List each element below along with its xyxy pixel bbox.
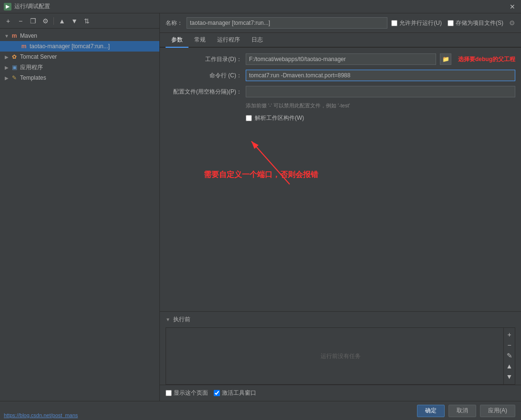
config-file-row: 配置文件(用空格分隔)(P)： <box>166 86 515 97</box>
before-run-edit-button[interactable]: ✎ <box>505 351 514 360</box>
add-config-button[interactable]: + <box>3 16 13 26</box>
config-file-label: 配置文件(用空格分隔)(P)： <box>166 88 242 96</box>
tab-runner[interactable]: 运行程序 <box>211 33 246 48</box>
tab-general[interactable]: 常规 <box>188 33 211 48</box>
store-project-label[interactable]: 存储为项目文件(S) <box>448 19 503 27</box>
workspace-checkbox[interactable] <box>246 115 252 121</box>
copy-config-button[interactable]: ❐ <box>28 16 38 26</box>
before-run-toolbar: + − ✎ ▲ ▼ <box>503 328 515 384</box>
store-project-checkbox[interactable] <box>448 20 454 26</box>
remove-config-button[interactable]: − <box>15 16 26 26</box>
left-toolbar: + − ❐ ⚙ ▲ ▼ ⇅ <box>0 13 159 29</box>
expand-arrow-tomcat: ▶ <box>4 54 10 60</box>
move-down-button[interactable]: ▼ <box>69 16 80 26</box>
tree-item-taotao[interactable]: ▶ m taotao-manager [tomcat7:run...] <box>0 41 159 52</box>
name-input[interactable] <box>187 17 387 29</box>
before-run-area: 运行前没有任务 + − ✎ ▲ ▼ <box>166 327 515 385</box>
work-dir-label: 工作目录(D)： <box>166 55 242 63</box>
before-run-remove-button[interactable]: − <box>505 340 514 350</box>
show-page-option[interactable]: 显示这个页面 <box>166 389 208 397</box>
annotation-area: 需要自定义一个端口，否则会报错 <box>166 127 515 199</box>
cmd-input[interactable] <box>246 70 515 81</box>
name-label: 名称： <box>166 19 183 27</box>
maven-group-icon: m <box>10 32 18 40</box>
folder-browse-button[interactable]: 📁 <box>440 53 451 65</box>
config-file-input[interactable] <box>246 86 515 97</box>
settings-gear-icon[interactable]: ⚙ <box>509 19 515 27</box>
workdir-annotation: 选择要debug的父工程 <box>458 55 515 63</box>
before-run-up-button[interactable]: ▲ <box>505 361 514 371</box>
title-bar-text: 运行/调试配置 <box>14 2 50 10</box>
tree-item-maven[interactable]: ▼ m Maven <box>0 31 159 41</box>
name-row: 名称： 允许并行运行(U) 存储为项目文件(S) ⚙ <box>160 13 521 33</box>
name-right-options: 允许并行运行(U) 存储为项目文件(S) ⚙ <box>391 19 515 27</box>
taotao-icon: m <box>20 42 28 50</box>
cmd-row: 命令行 (C)： <box>166 70 515 81</box>
tree-label-apps: 应用程序 <box>20 63 43 72</box>
activate-window-option[interactable]: 激活工具窗口 <box>214 389 256 397</box>
allow-parallel-label[interactable]: 允许并行运行(U) <box>391 19 442 27</box>
before-run-down-button[interactable]: ▼ <box>505 372 514 381</box>
tree-label-tomcat: Tomcat Server <box>20 53 57 60</box>
before-run-title: 执行前 <box>173 315 190 324</box>
confirm-button[interactable]: 确定 <box>417 405 445 417</box>
app-group-icon: ▣ <box>10 63 18 71</box>
settings-button[interactable]: ⚙ <box>40 16 51 26</box>
bottom-options: 显示这个页面 激活工具窗口 <box>160 385 521 401</box>
templates-icon: ✎ <box>10 74 18 82</box>
cancel-button[interactable]: 取消 <box>448 405 476 417</box>
tab-logs[interactable]: 日志 <box>246 33 269 48</box>
allow-parallel-checkbox[interactable] <box>391 20 397 26</box>
config-tree: ▼ m Maven ▶ m taotao-manager [tomcat7:ru… <box>0 29 159 401</box>
work-dir-input[interactable] <box>246 53 436 65</box>
move-up-button[interactable]: ▲ <box>57 16 67 26</box>
sort-button[interactable]: ⇅ <box>82 16 92 26</box>
tree-label-taotao: taotao-manager [tomcat7:run...] <box>30 43 110 50</box>
tree-item-applications[interactable]: ▶ ▣ 应用程序 <box>0 62 159 73</box>
footer-link[interactable]: https://blog.csdn.net/post_mans <box>0 410 82 420</box>
expand-arrow-maven: ▼ <box>4 33 10 39</box>
content-area: 工作目录(D)： 📁 选择要debug的父工程 命令行 (C)： 配置文件(用空… <box>160 48 521 311</box>
workspace-label: 解析工作区构件(W) <box>255 114 304 122</box>
before-run-add-button[interactable]: + <box>505 330 514 339</box>
app-icon: ▶ <box>4 3 11 10</box>
work-dir-row: 工作目录(D)： 📁 选择要debug的父工程 <box>166 53 515 65</box>
show-page-checkbox[interactable] <box>166 390 172 396</box>
tree-item-templates[interactable]: ▶ ✎ Templates <box>0 73 159 83</box>
right-panel: 名称： 允许并行运行(U) 存储为项目文件(S) ⚙ 参数 常规 运行程序 日志 <box>160 13 521 401</box>
tree-label-templates: Templates <box>20 74 46 81</box>
workspace-checkbox-row: 解析工作区构件(W) <box>166 114 515 122</box>
tomcat-icon: ✿ <box>10 53 18 61</box>
expand-arrow-apps: ▶ <box>4 64 10 70</box>
close-button[interactable]: ✕ <box>508 2 517 11</box>
tab-params[interactable]: 参数 <box>166 33 188 48</box>
config-file-hint: 添加前缀 '-' 可以禁用此配置文件，例如 '-test' <box>166 102 515 109</box>
footer: https://blog.csdn.net/post_mans 确定 取消 应用… <box>0 401 521 420</box>
title-bar: ▶ 运行/调试配置 ✕ <box>0 0 521 13</box>
expand-arrow-templates: ▶ <box>4 75 10 81</box>
before-run-section[interactable]: ▼ 执行前 <box>160 311 521 327</box>
tab-bar: 参数 常规 运行程序 日志 <box>160 33 521 48</box>
tree-item-tomcat[interactable]: ▶ ✿ Tomcat Server <box>0 52 159 62</box>
cmd-label: 命令行 (C)： <box>166 72 242 80</box>
left-panel: + − ❐ ⚙ ▲ ▼ ⇅ ▼ m Maven ▶ m taotao-manag… <box>0 13 160 401</box>
main-layout: + − ❐ ⚙ ▲ ▼ ⇅ ▼ m Maven ▶ m taotao-manag… <box>0 13 521 401</box>
apply-button[interactable]: 应用(A) <box>480 405 515 417</box>
red-arrow-svg <box>194 127 385 194</box>
before-run-arrow: ▼ <box>166 317 170 322</box>
activate-window-checkbox[interactable] <box>214 390 220 396</box>
before-run-placeholder: 运行前没有任务 <box>321 352 361 360</box>
toolbar-separator <box>53 17 54 25</box>
port-annotation: 需要自定义一个端口，否则会报错 <box>204 170 318 180</box>
tree-label-maven: Maven <box>20 32 37 39</box>
